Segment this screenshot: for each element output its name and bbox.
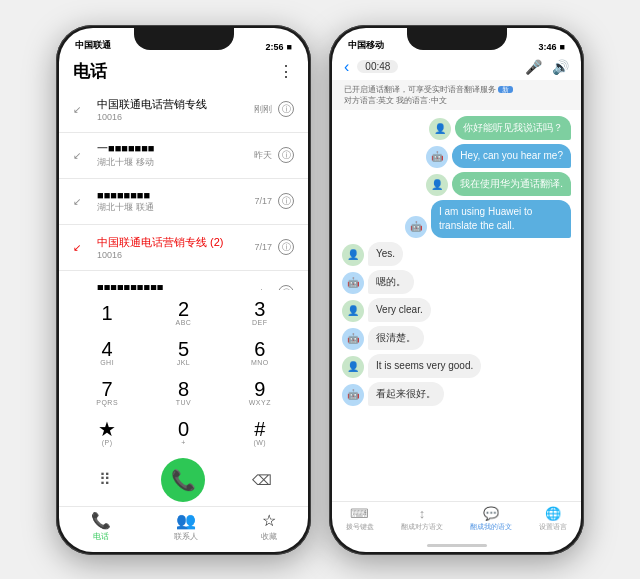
msg-10: 🤖 看起来很好。 <box>342 382 571 406</box>
info-button[interactable]: ⓘ <box>278 101 294 117</box>
chat-area: 你好能听见我说话吗？ 👤 Hey, can you hear me? 🤖 我在使… <box>332 110 581 501</box>
back-button[interactable]: ‹ <box>344 58 349 76</box>
nav-contacts[interactable]: 👥 联系人 <box>174 511 198 542</box>
nav-lang-settings-label: 设置语言 <box>539 522 567 532</box>
key-2[interactable]: 2ABC <box>156 294 210 332</box>
menu-icon[interactable]: ⋮ <box>278 62 294 81</box>
favorites-icon: ☆ <box>262 511 276 530</box>
call-name: 中国联通电话营销专线 (2) <box>97 235 254 250</box>
home-indicator <box>427 544 487 547</box>
call-item-4[interactable]: ↙ 中国联通电话营销专线 (2) 10016 7/17 ⓘ <box>59 225 308 271</box>
key-1[interactable]: 1 <box>80 294 134 332</box>
phone-1: 中国联通 2:56 ■ 电话 ⋮ ↙ 中国联通电话营销专线 <box>56 25 311 555</box>
msg-5: 👤 Yes. <box>342 242 571 266</box>
bubble: 嗯的。 <box>368 270 414 294</box>
key-7[interactable]: 7PQRS <box>80 374 134 412</box>
battery-1: ■ <box>287 42 292 52</box>
call-time: 7/17 <box>254 196 272 206</box>
lang-settings-icon: 🌐 <box>545 506 561 521</box>
avatar-person: 👤 <box>342 244 364 266</box>
phone-icon: 📞 <box>91 511 111 530</box>
home-bar <box>332 540 581 552</box>
bubble: 很清楚。 <box>368 326 424 350</box>
key-5[interactable]: 5JKL <box>156 334 210 372</box>
avatar-bot: 🤖 <box>342 272 364 294</box>
msg-7: 👤 Very clear. <box>342 298 571 322</box>
translate-mine-icon: 💬 <box>483 506 499 521</box>
bubble: 我在使用华为通话翻译. <box>452 172 571 196</box>
app-container: 中国联通 2:56 ■ 电话 ⋮ ↙ 中国联通电话营销专线 <box>0 0 640 579</box>
msg-3: 我在使用华为通话翻译. 👤 <box>342 172 571 196</box>
nav-calls[interactable]: 📞 电话 <box>91 511 111 542</box>
key-3[interactable]: 3DEF <box>233 294 287 332</box>
avatar-bot: 🤖 <box>342 384 364 406</box>
notch-2 <box>407 28 507 50</box>
msg-6: 🤖 嗯的。 <box>342 270 571 294</box>
call-time: 昨天 <box>254 149 272 162</box>
nav-lang-settings[interactable]: 🌐 设置语言 <box>539 506 567 532</box>
key-4[interactable]: 4GHI <box>80 334 134 372</box>
msg-2: Hey, can you hear me? 🤖 <box>342 144 571 168</box>
bubble: It is seems very good. <box>368 354 481 378</box>
carrier-2: 中国移动 <box>348 39 384 52</box>
info-button[interactable]: ⓘ <box>278 147 294 163</box>
delete-button[interactable]: ⌫ <box>247 465 277 495</box>
nav-favorites[interactable]: ☆ 收藏 <box>261 511 277 542</box>
nav-translate-mine[interactable]: 💬 翻成我的语文 <box>470 506 512 532</box>
nav-translate-mine-label: 翻成我的语文 <box>470 522 512 532</box>
avatar-person: 👤 <box>342 300 364 322</box>
lang-info: 对方语言:英文 我的语言:中文 <box>344 96 447 105</box>
dialpad: 1 2ABC 3DEF 4GHI 5JKL 6MNO 7PQRS 8TUV 9W… <box>59 290 308 456</box>
info-button[interactable]: ⓘ <box>278 193 294 209</box>
nav-dialpad[interactable]: ⌨ 拨号键盘 <box>346 506 374 532</box>
key-6[interactable]: 6MNO <box>233 334 287 372</box>
avatar-person: 👤 <box>426 174 448 196</box>
key-star[interactable]: ★(P) <box>80 414 134 452</box>
bubble: 看起来很好。 <box>368 382 444 406</box>
bubble: I am using Huawei to translate the call. <box>431 200 571 238</box>
bottom-nav-2: ⌨ 拨号键盘 ↕ 翻成对方语文 💬 翻成我的语文 🌐 设置语言 <box>332 501 581 540</box>
msg-9: 👤 It is seems very good. <box>342 354 571 378</box>
key-9[interactable]: 9WXYZ <box>233 374 287 412</box>
call-time: 7/17 <box>254 242 272 252</box>
call-name: ■■■■■■■■■■ <box>97 281 254 290</box>
info-button[interactable]: ⓘ <box>278 239 294 255</box>
avatar-bot: 🤖 <box>342 328 364 350</box>
call-button[interactable]: 📞 <box>161 458 205 502</box>
call-sub: 10016 <box>97 112 254 122</box>
battery-2: ■ <box>560 42 565 52</box>
call-item-3[interactable]: ↙ ■■■■■■■■ 湖北十堰 联通 7/17 ⓘ <box>59 179 308 225</box>
bubble: Hey, can you hear me? <box>452 144 571 168</box>
mic-icon[interactable]: 🎤 <box>525 59 542 75</box>
call-sub: 10016 <box>97 250 254 260</box>
lang-bar: 已开启通话翻译，可享受实时语音翻译服务 新 对方语言:英文 我的语言:中文 <box>332 80 581 110</box>
call-name: 中国联通电话营销专线 <box>97 97 254 112</box>
call-list: ↙ 中国联通电话营销专线 10016 刚刚 ⓘ ↙ 一■■■■■■■ 湖北十堰 … <box>59 87 308 290</box>
call-incoming-icon: ↙ <box>73 242 91 253</box>
key-hash[interactable]: #(W) <box>233 414 287 452</box>
carrier-1: 中国联通 <box>75 39 111 52</box>
call-item-2[interactable]: ↙ 一■■■■■■■ 湖北十堰 移动 昨天 ⓘ <box>59 133 308 179</box>
key-8[interactable]: 8TUV <box>156 374 210 412</box>
avatar-person: 👤 <box>342 356 364 378</box>
call-sub: 湖北十堰 联通 <box>97 201 254 214</box>
key-0[interactable]: 0+ <box>156 414 210 452</box>
nav-translate-other-label: 翻成对方语文 <box>401 522 443 532</box>
avatar-person: 👤 <box>429 118 451 140</box>
avatar-bot: 🤖 <box>405 216 427 238</box>
msg-8: 🤖 很清楚。 <box>342 326 571 350</box>
calls-app: 电话 ⋮ ↙ 中国联通电话营销专线 10016 刚刚 ⓘ <box>59 54 308 552</box>
call-item-1[interactable]: ↙ 中国联通电话营销专线 10016 刚刚 ⓘ <box>59 87 308 133</box>
bubble: Yes. <box>368 242 403 266</box>
nav-contacts-label: 联系人 <box>174 531 198 542</box>
call-sub: 湖北十堰 移动 <box>97 156 254 169</box>
msg-4: I am using Huawei to translate the call.… <box>342 200 571 238</box>
speaker-icon[interactable]: 🔊 <box>552 59 569 75</box>
call-item-5[interactable]: ↙ ■■■■■■■■■■ 上海 联通 7/17 ⓘ <box>59 271 308 290</box>
call-incoming-icon: ↙ <box>73 104 91 115</box>
dialpad-toggle-button[interactable]: ⠿ <box>90 465 120 495</box>
nav-translate-other[interactable]: ↕ 翻成对方语文 <box>401 506 443 532</box>
phone-2: 中国移动 3:46 ■ ‹ 00:48 🎤 🔊 已开启通话翻译， <box>329 25 584 555</box>
dialpad-icon: ⌨ <box>350 506 369 521</box>
notch <box>134 28 234 50</box>
